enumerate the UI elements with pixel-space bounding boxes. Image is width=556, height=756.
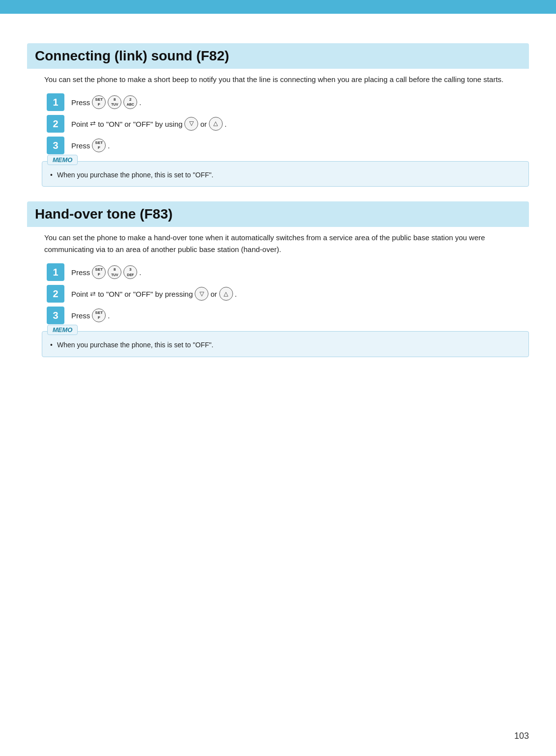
step-middle-1-2: to "ON" or "OFF" by using <box>98 117 182 131</box>
step-suffix-2-1: . <box>139 266 141 279</box>
top-bar <box>0 0 556 14</box>
nav-up-icon-1-2: △ <box>209 117 223 131</box>
section-header-2: Hand-over tone (F83) <box>27 201 529 227</box>
step-suffix-2-2: . <box>235 287 237 301</box>
or-label-1-2: or <box>200 117 206 131</box>
memo-content-1: When you purchase the phone, this is set… <box>50 169 521 180</box>
nav-down-icon-1-2: ▽ <box>184 117 198 131</box>
step-text-1-2: Point <box>71 117 88 131</box>
step-2-2: 2 Point ⇄ to "ON" or "OFF" by pressing ▽… <box>47 284 529 303</box>
step-text-1-3: Press <box>71 139 90 152</box>
step-content-1-3: Press SET F . <box>71 136 110 152</box>
key-set-f3-icon: SET F <box>92 265 106 279</box>
step-number-2-3: 3 <box>47 307 64 324</box>
step-number-1-1: 1 <box>47 93 64 111</box>
memo-box-1: MEMO When you purchase the phone, this i… <box>42 161 529 187</box>
step-number-2-1: 1 <box>47 263 64 281</box>
section-connecting-link-sound: Connecting (link) sound (F82) You can se… <box>27 43 529 187</box>
section-body-1: You can set the phone to make a short be… <box>27 69 529 187</box>
nav-down-icon-2-2: ▽ <box>195 287 208 301</box>
step-1-3: 3 Press SET F . <box>47 136 529 154</box>
or-label-2-2: or <box>210 287 217 301</box>
key-3def-icon: 3 DEF <box>123 265 137 279</box>
cursor-icon-2-2: ⇄ <box>90 288 96 300</box>
memo-label-1: MEMO <box>47 155 78 165</box>
section-desc-2: You can set the phone to make a hand-ove… <box>42 232 529 255</box>
step-2-3: 3 Press SET F . <box>47 306 529 324</box>
page-number: 103 <box>514 731 529 741</box>
section-title-1: Connecting (link) sound (F82) <box>35 48 521 64</box>
section-header-1: Connecting (link) sound (F82) <box>27 43 529 69</box>
step-suffix-2-3: . <box>108 309 110 322</box>
step-2-1: 1 Press SET F 8 TUV 3 <box>47 262 529 281</box>
memo-item-1-0: When you purchase the phone, this is set… <box>50 169 521 180</box>
key-2abc-icon: 2 ABC <box>123 95 137 109</box>
step-number-1-3: 3 <box>47 137 64 154</box>
step-content-2-3: Press SET F . <box>71 306 110 322</box>
step-text-2-2: Point <box>71 287 88 301</box>
steps-container-2: 1 Press SET F 8 TUV 3 <box>47 262 529 324</box>
cursor-icon-1-2: ⇄ <box>90 117 96 130</box>
key-set-f-icon: SET F <box>92 95 106 109</box>
memo-label-2: MEMO <box>47 325 78 335</box>
step-suffix-1-2: . <box>225 117 227 131</box>
step-number-2-2: 2 <box>47 285 64 303</box>
memo-content-2: When you purchase the phone, this is set… <box>50 339 521 350</box>
step-suffix-1-3: . <box>108 139 110 152</box>
nav-up-icon-2-2: △ <box>219 287 233 301</box>
key-8tuv2-icon: 8 TUV <box>108 265 121 279</box>
step-content-2-2: Point ⇄ to "ON" or "OFF" by pressing ▽ o… <box>71 284 237 301</box>
step-number-1-2: 2 <box>47 115 64 133</box>
step-1-1: 1 Press SET F 8 TUV 2 <box>47 92 529 111</box>
step-1-2: 2 Point ⇄ to "ON" or "OFF" by using ▽ or… <box>47 114 529 133</box>
memo-box-2: MEMO When you purchase the phone, this i… <box>42 331 529 357</box>
section-body-2: You can set the phone to make a hand-ove… <box>27 227 529 357</box>
section-title-2: Hand-over tone (F83) <box>35 206 521 222</box>
step-content-1-2: Point ⇄ to "ON" or "OFF" by using ▽ or △… <box>71 114 227 131</box>
page-content: Connecting (link) sound (F82) You can se… <box>0 14 556 384</box>
step-text-2-3: Press <box>71 309 90 322</box>
step-text-2-1: Press <box>71 266 90 279</box>
memo-item-2-0: When you purchase the phone, this is set… <box>50 339 521 350</box>
key-set-f2-icon: SET F <box>92 139 106 152</box>
step-middle-2-2: to "ON" or "OFF" by pressing <box>98 287 193 301</box>
section-desc-1: You can set the phone to make a short be… <box>42 74 529 85</box>
step-content-2-1: Press SET F 8 TUV 3 DEF . <box>71 262 142 279</box>
key-set-f4-icon: SET F <box>92 308 106 322</box>
section-hand-over-tone: Hand-over tone (F83) You can set the pho… <box>27 201 529 357</box>
key-8tuv-icon: 8 TUV <box>108 95 121 109</box>
step-suffix-1-1: . <box>139 96 141 109</box>
steps-container-1: 1 Press SET F 8 TUV 2 <box>47 92 529 154</box>
step-text-1-1: Press <box>71 96 90 109</box>
step-content-1-1: Press SET F 8 TUV 2 ABC . <box>71 92 142 109</box>
